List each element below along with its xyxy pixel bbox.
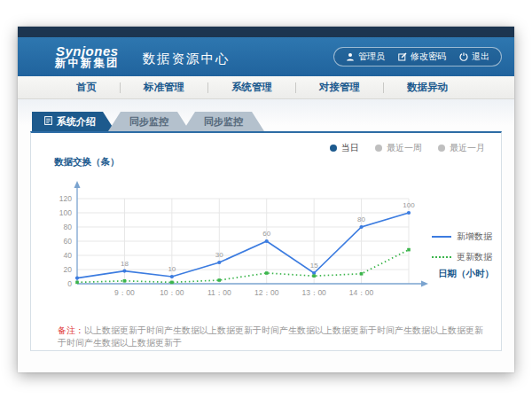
svg-text:12：00: 12：00 bbox=[254, 288, 279, 297]
svg-text:40: 40 bbox=[64, 251, 73, 260]
radio-today[interactable]: 当日 bbox=[330, 142, 359, 154]
svg-text:14：00: 14：00 bbox=[349, 288, 374, 297]
nav-item-home[interactable]: 首页 bbox=[53, 81, 120, 94]
svg-text:13：00: 13：00 bbox=[301, 288, 326, 297]
tab-label: 系统介绍 bbox=[57, 115, 96, 129]
footnote: 备注：以上数据更新于时间产生数据以上数据更新于时间产生数据以上数据更新于时间产生… bbox=[58, 325, 485, 349]
tab-sync-monitor-2[interactable]: 同步监控 bbox=[183, 112, 264, 131]
nav-item-docking-management[interactable]: 对接管理 bbox=[296, 81, 383, 94]
radio-label: 当日 bbox=[341, 142, 359, 154]
radio-label: 最近一周 bbox=[387, 142, 422, 154]
svg-text:100: 100 bbox=[403, 201, 415, 209]
svg-text:100: 100 bbox=[59, 208, 72, 217]
header-bar: Synjones 新中新集团 数据资源中心 管理员 修改密码 bbox=[18, 37, 514, 76]
tab-label: 同步监控 bbox=[129, 115, 168, 129]
radio-last-week[interactable]: 最近一周 bbox=[375, 142, 422, 154]
radio-selected-icon bbox=[330, 145, 337, 152]
time-range-filter: 当日 最近一周 最近一月 bbox=[31, 133, 501, 154]
chart-card: 当日 最近一周 最近一月 数据交换（条） 0204060801001209：00… bbox=[30, 131, 502, 351]
svg-text:60: 60 bbox=[64, 237, 73, 246]
chart-area: 0204060801001209：0010：0011：0012：0013：001… bbox=[31, 168, 501, 317]
change-password-label: 修改密码 bbox=[411, 51, 446, 63]
nav-item-standard-management[interactable]: 标准管理 bbox=[121, 81, 207, 94]
legend-label: 新增数据 bbox=[457, 231, 492, 243]
x-axis-title: 日期（小时） bbox=[438, 268, 494, 280]
header-right: 管理员 修改密码 退出 bbox=[333, 47, 502, 66]
radio-label: 最近一月 bbox=[450, 142, 485, 154]
tab-system-intro[interactable]: 系统介绍 bbox=[32, 112, 115, 131]
page-title: 数据资源中心 bbox=[143, 51, 231, 67]
svg-text:10: 10 bbox=[168, 265, 176, 273]
edit-icon bbox=[398, 52, 407, 61]
nav-item-system-management[interactable]: 系统管理 bbox=[208, 81, 295, 94]
tab-sync-monitor-1[interactable]: 同步监控 bbox=[108, 112, 190, 131]
legend-label: 更新数据 bbox=[457, 251, 492, 263]
svg-text:11：00: 11：00 bbox=[207, 288, 231, 297]
change-password-button[interactable]: 修改密码 bbox=[398, 51, 446, 63]
dotted-line-icon bbox=[432, 256, 451, 258]
app-window: Synjones 新中新集团 数据资源中心 管理员 修改密码 bbox=[18, 27, 514, 372]
current-user-button[interactable]: 管理员 bbox=[346, 51, 385, 63]
svg-text:0: 0 bbox=[67, 279, 72, 288]
main-nav: 首页 标准管理 系统管理 对接管理 数据异动 bbox=[18, 76, 514, 99]
svg-text:120: 120 bbox=[59, 194, 72, 203]
content-area: 系统介绍 同步监控 同步监控 当日 最近一周 bbox=[18, 99, 514, 372]
footnote-prefix: 备注： bbox=[58, 325, 84, 335]
logo-text-cn: 新中新集团 bbox=[55, 58, 120, 69]
radio-unselected-icon bbox=[375, 145, 382, 152]
power-icon bbox=[459, 52, 468, 61]
logout-button[interactable]: 退出 bbox=[459, 51, 489, 63]
current-user-label: 管理员 bbox=[358, 51, 385, 63]
line-chart: 0204060801001209：0010：0011：0012：0013：001… bbox=[42, 168, 442, 316]
company-logo: Synjones 新中新集团 bbox=[55, 44, 120, 70]
svg-text:10：00: 10：00 bbox=[160, 288, 184, 297]
y-axis-title: 数据交换（条） bbox=[54, 156, 501, 168]
document-icon bbox=[44, 116, 52, 127]
footnote-text: 以上数据更新于时间产生数据以上数据更新于时间产生数据以上数据更新于时间产生数据以… bbox=[58, 325, 483, 348]
svg-text:80: 80 bbox=[357, 215, 365, 223]
svg-text:30: 30 bbox=[215, 251, 223, 259]
radio-last-month[interactable]: 最近一月 bbox=[438, 142, 485, 154]
nav-item-data-change[interactable]: 数据异动 bbox=[384, 81, 471, 94]
legend-item-updated-data[interactable]: 更新数据 bbox=[432, 251, 492, 263]
svg-text:20: 20 bbox=[64, 265, 73, 274]
solid-line-icon bbox=[432, 236, 451, 238]
legend-item-new-data[interactable]: 新增数据 bbox=[432, 231, 492, 243]
radio-unselected-icon bbox=[438, 145, 445, 152]
svg-text:18: 18 bbox=[121, 260, 129, 268]
logout-label: 退出 bbox=[472, 51, 489, 63]
tab-label: 同步监控 bbox=[204, 115, 243, 129]
svg-text:60: 60 bbox=[262, 230, 270, 238]
svg-text:9：00: 9：00 bbox=[114, 288, 135, 297]
chart-legend: 新增数据 更新数据 bbox=[432, 231, 492, 263]
window-top-stripe bbox=[18, 27, 514, 37]
svg-text:15: 15 bbox=[310, 262, 318, 270]
logo-text-en: Synjones bbox=[56, 44, 119, 59]
svg-text:80: 80 bbox=[64, 223, 73, 231]
user-actions-group: 管理员 修改密码 退出 bbox=[333, 47, 502, 66]
tabs-bar: 系统介绍 同步监控 同步监控 bbox=[32, 112, 502, 131]
user-icon bbox=[346, 52, 355, 61]
